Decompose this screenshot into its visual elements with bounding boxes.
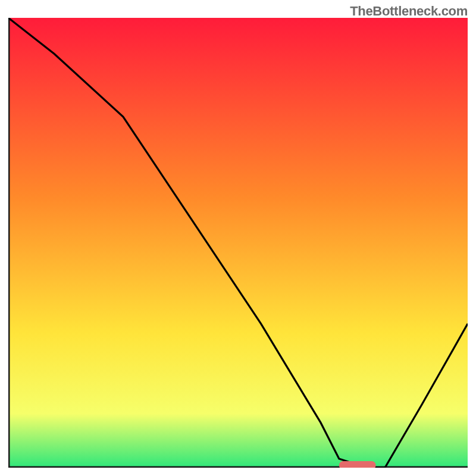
optimal-marker	[339, 461, 376, 468]
gradient-background	[8, 18, 468, 468]
bottleneck-chart	[8, 18, 468, 468]
watermark-text: TheBottleneck.com	[350, 4, 468, 19]
